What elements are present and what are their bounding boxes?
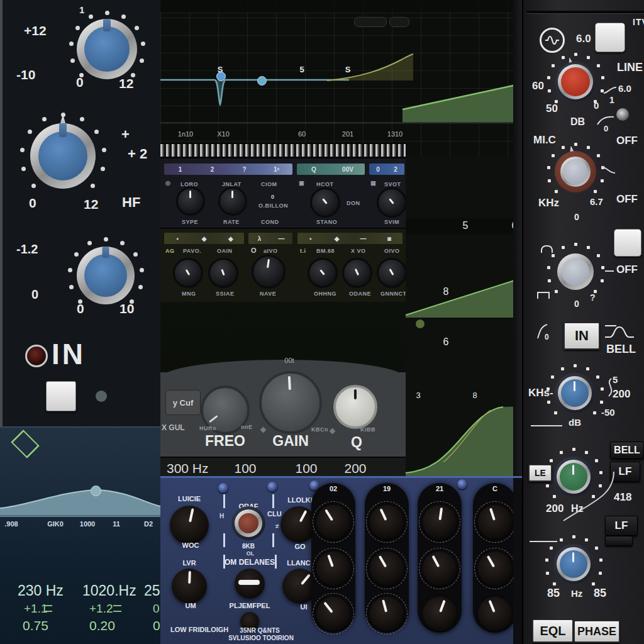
knob-top-label: OAIN	[217, 248, 233, 254]
db-label: dB	[569, 418, 581, 427]
module-knob[interactable]	[377, 258, 407, 288]
col-value: O	[251, 247, 257, 254]
axis-tick: D2	[144, 521, 153, 528]
knob-bot-label: OHHNG	[314, 291, 336, 297]
phase-button[interactable]: PHASE	[574, 620, 620, 643]
gain-label: GAIN	[272, 434, 309, 448]
rack-knob[interactable]	[423, 597, 457, 631]
right-channel-strip: 6.0 ITV LINE 60 50 0 1 6.0 DB 0 MI.C OFF	[522, 0, 644, 644]
rack-knob[interactable]	[370, 597, 404, 631]
scale-label: 0	[574, 213, 579, 221]
bracket-mark	[223, 494, 225, 508]
module-d-header[interactable]: ▪◈◈	[164, 233, 244, 244]
khz-label: KHs-	[528, 387, 553, 398]
in-button[interactable]: IN	[564, 322, 600, 350]
knob-top-label: BM.68	[316, 248, 335, 254]
hz-label: Hz	[571, 504, 584, 514]
module-knob[interactable]	[308, 258, 338, 288]
rack-knob[interactable]	[370, 552, 404, 586]
module-knob[interactable]	[377, 187, 407, 218]
piano-keyboard[interactable]	[160, 143, 406, 157]
eq-band-button[interactable]	[614, 229, 641, 257]
vintage-knob[interactable]	[172, 569, 207, 604]
module-knob[interactable]	[176, 187, 205, 216]
band-marker: S	[218, 65, 223, 74]
module-a-header[interactable]: 1 2 ? 1ˣ	[164, 164, 292, 175]
scale-label: -10	[16, 68, 35, 81]
vintage-knob[interactable]	[235, 569, 265, 599]
off-label: OFF	[616, 194, 638, 204]
bell-button[interactable]: BELL	[610, 441, 644, 459]
rack-knob[interactable]	[423, 552, 457, 586]
knob-top-label: X VO	[351, 248, 366, 254]
module-knob[interactable]	[342, 258, 372, 288]
rack-knob[interactable]	[316, 552, 350, 586]
screw	[218, 483, 228, 493]
gain-readout-small: 00t	[284, 357, 294, 364]
rule-line	[531, 425, 562, 426]
toggle-switch[interactable]	[616, 108, 629, 121]
rack-knob[interactable]	[316, 597, 350, 631]
module-knob[interactable]	[173, 258, 203, 288]
footer-line1: 35NR Q&NTS	[240, 628, 279, 634]
module-knob[interactable]	[218, 187, 247, 216]
cut-button[interactable]: y Cuf	[165, 390, 201, 415]
scale-label: 200	[613, 389, 630, 399]
header-cell: 2	[387, 166, 404, 173]
scale-label: ?	[590, 293, 596, 302]
knob-top-label: LUICIE	[178, 496, 201, 502]
gain-dash-icon	[113, 605, 121, 612]
rack-knob[interactable]	[478, 505, 512, 539]
header-cell: 00V	[331, 166, 365, 173]
header-glyph: —	[350, 235, 377, 242]
lf-button-2[interactable]: LF	[605, 516, 638, 536]
rack-knob[interactable]	[370, 505, 404, 539]
q-readout: 0.75	[23, 619, 48, 632]
col-label: O.BILLON	[258, 203, 288, 209]
vintage-knob[interactable]	[170, 506, 209, 545]
rack-knob[interactable]	[478, 552, 512, 586]
scale-label: -50	[601, 408, 615, 417]
column-number: 21	[436, 486, 443, 492]
panel-divider	[513, 478, 522, 644]
knob-bot-label: ODANE	[349, 291, 371, 297]
module-e-header[interactable]: λ—	[248, 233, 292, 244]
module-f-header[interactable]: ▪◈—◙	[297, 233, 402, 244]
knob-notch	[59, 123, 67, 137]
header-glyph: —	[270, 235, 292, 242]
display-toggle-pill[interactable]	[354, 17, 387, 27]
mini-button[interactable]	[605, 536, 633, 546]
graph-node-dot[interactable]	[416, 319, 425, 328]
module-c-header[interactable]: 0 2	[369, 164, 404, 175]
bracket-mark	[275, 555, 277, 569]
module-knob[interactable]	[310, 187, 340, 218]
knob-bot-label: MNG	[182, 291, 196, 297]
curve-node[interactable]	[91, 486, 101, 496]
in-led	[25, 345, 48, 367]
col-value: 0	[271, 194, 275, 200]
response-curve	[0, 467, 160, 517]
scale-label: 5	[613, 375, 618, 384]
screw	[267, 482, 277, 492]
small-label: HURo	[199, 425, 216, 431]
x-tick: X10	[217, 131, 230, 138]
module-row-2: ▪◈◈ λ— ▪◈—◙ AG PAVO. OAIN MNG SSIAE O aI…	[160, 228, 406, 303]
module-b-header[interactable]: Q 00V	[297, 164, 365, 175]
eq-graph[interactable]: S 5 S 1n10 X10 60 201 1310	[160, 0, 522, 157]
eq-band-node[interactable]	[257, 76, 267, 86]
knob-bot-label: WOC	[182, 542, 199, 549]
axis-tick: 8	[472, 391, 477, 399]
module-knob[interactable]	[208, 258, 238, 288]
header-cell: 2	[196, 166, 228, 173]
rack-knob[interactable]	[478, 597, 512, 631]
eql-button[interactable]: EQL	[532, 619, 574, 643]
rack-knob[interactable]	[423, 505, 457, 539]
eq-curves	[160, 0, 522, 157]
module-knob[interactable]	[252, 255, 286, 289]
display-toggle-pill[interactable]	[389, 17, 409, 27]
in-button[interactable]	[46, 381, 76, 411]
header-glyph: ▪	[297, 235, 324, 242]
pad-button[interactable]	[595, 23, 625, 52]
scale-label: 10	[119, 302, 134, 315]
rack-knob[interactable]	[316, 505, 350, 539]
